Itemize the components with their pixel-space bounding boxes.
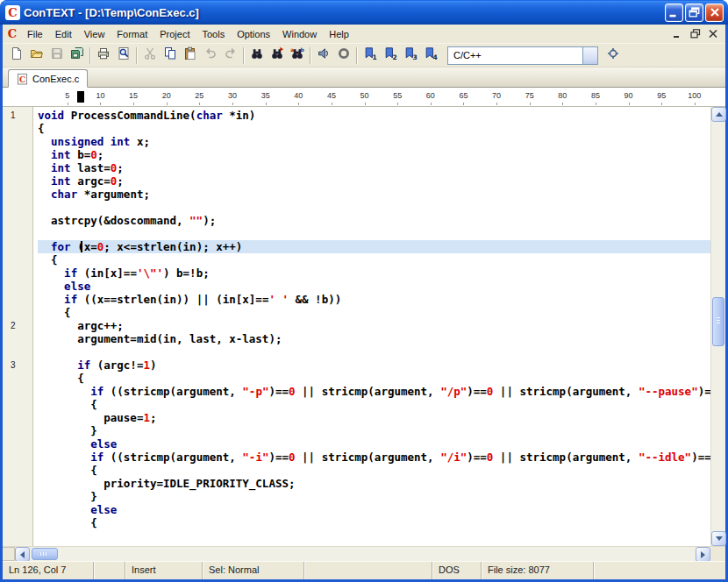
menu-options[interactable]: Options — [231, 26, 276, 42]
editor-gutter[interactable]: 123 — [3, 107, 33, 546]
print-button[interactable] — [93, 46, 113, 65]
cut-button — [139, 46, 160, 65]
code-line[interactable]: else — [38, 437, 710, 451]
code-line[interactable]: if ((stricmp(argument, "-i")==0 || stric… — [38, 451, 710, 464]
code-line[interactable]: priority=IDLE_PRIORITY_CLASS; — [38, 477, 710, 490]
code-line[interactable]: } — [38, 424, 710, 437]
code-area[interactable]: void ProcessCommandLine(char *in){ unsig… — [34, 107, 710, 546]
code-line[interactable]: argc++; — [38, 319, 710, 332]
code-line[interactable]: int b=0; — [38, 148, 710, 161]
code-line[interactable]: if ((x==strlen(in)) || (in[x]==' ' && !b… — [38, 293, 710, 306]
find-next-button[interactable] — [267, 46, 287, 65]
horizontal-scrollbar[interactable] — [3, 546, 725, 561]
horizontal-scroll-thumb[interactable] — [32, 548, 58, 560]
code-line[interactable]: { — [38, 122, 710, 135]
print-preview-button[interactable] — [113, 46, 133, 65]
bookmark-4-button[interactable]: 4 — [420, 46, 440, 65]
bookmark-2-button[interactable]: 2 — [380, 46, 400, 65]
combobox-arrow-button[interactable] — [582, 47, 597, 64]
execute-horn-button[interactable] — [313, 46, 333, 65]
code-line[interactable] — [38, 345, 710, 358]
code-line[interactable]: else — [38, 280, 710, 293]
toolbar-buttons: ab1234 — [6, 46, 440, 65]
bookmark-4-icon: 4 — [424, 46, 438, 64]
code-line[interactable]: char *argument; — [38, 188, 710, 201]
ruler-mark: 45 — [327, 91, 336, 100]
find-button[interactable] — [246, 46, 267, 65]
mdi-close-button[interactable] — [706, 28, 720, 40]
ruler-mark: 85 — [591, 91, 600, 100]
code-line[interactable]: { — [38, 372, 710, 385]
scroll-down-button[interactable] — [711, 531, 726, 546]
menu-project[interactable]: Project — [153, 26, 196, 42]
menu-help[interactable]: Help — [323, 26, 355, 42]
code-line[interactable] — [38, 227, 710, 240]
gear-icon — [606, 46, 620, 64]
code-line[interactable]: pause=1; — [38, 411, 710, 424]
code-line[interactable] — [38, 201, 710, 214]
redo-icon — [224, 46, 238, 64]
gutter-row — [3, 451, 32, 464]
code-line[interactable]: if ((stricmp(argument, "-p")==0 || stric… — [38, 385, 710, 398]
paste-button[interactable] — [180, 46, 200, 65]
vertical-scrollbar[interactable] — [710, 107, 725, 546]
horizontal-scroll-track[interactable] — [30, 547, 696, 561]
save-all-button[interactable] — [67, 46, 87, 65]
mdi-minimize-button[interactable] — [671, 28, 685, 40]
restore-button[interactable] — [685, 4, 703, 22]
bookmark-number: 3 — [3, 358, 32, 372]
new-file-button[interactable] — [6, 46, 26, 65]
tab-label: ConExec.c — [32, 74, 79, 84]
minimize-button[interactable] — [665, 4, 683, 22]
mdi-restore-button[interactable] — [689, 28, 703, 40]
find-replace-button[interactable]: ab — [287, 46, 307, 65]
code-line[interactable]: else — [38, 503, 710, 516]
gutter-row — [3, 253, 32, 266]
code-line[interactable]: unsigned int x; — [38, 135, 710, 148]
gutter-row — [3, 227, 32, 240]
code-line[interactable]: { — [38, 464, 710, 477]
menu-file[interactable]: File — [21, 26, 49, 42]
scroll-left-button[interactable] — [15, 547, 30, 562]
bookmark-3-button[interactable]: 3 — [400, 46, 420, 65]
current-line[interactable]: for (x=0; x<=strlen(in); x++) — [38, 240, 710, 253]
gutter-row — [3, 306, 32, 319]
column-ruler: 5101520253035404550556065707580859095100 — [3, 88, 725, 107]
code-editor[interactable]: 123 void ProcessCommandLine(char *in){ u… — [3, 107, 710, 546]
code-line[interactable]: { — [38, 398, 710, 411]
copy-button[interactable] — [160, 46, 180, 65]
menu-view[interactable]: View — [78, 26, 111, 42]
code-line[interactable]: void ProcessCommandLine(char *in) — [38, 109, 710, 122]
code-line[interactable]: int last=0; — [38, 161, 710, 174]
print-icon — [96, 46, 111, 64]
code-line[interactable]: { — [38, 516, 710, 529]
code-line[interactable]: if (in[x]=='\"') b=!b; — [38, 266, 710, 280]
ruler-mark: 5 — [65, 91, 69, 100]
highlighter-combobox[interactable]: C/C++ — [447, 46, 598, 65]
scroll-right-button[interactable] — [696, 547, 710, 562]
close-button[interactable] — [705, 4, 724, 22]
menu-format[interactable]: Format — [111, 26, 153, 42]
code-line[interactable]: argument=mid(in, last, x-last); — [38, 332, 710, 345]
record-ring-button[interactable] — [333, 46, 353, 65]
vertical-scroll-thumb[interactable] — [712, 297, 724, 346]
scrollbar-grip-box[interactable] — [3, 547, 15, 561]
code-line[interactable]: { — [38, 306, 710, 319]
arrow-up-icon — [716, 112, 723, 117]
menu-tools[interactable]: Tools — [196, 26, 231, 42]
bookmark-1-button[interactable]: 1 — [360, 46, 380, 65]
open-folder-button[interactable] — [26, 46, 46, 65]
code-line[interactable]: } — [38, 490, 710, 503]
highlighter-options-button[interactable] — [603, 46, 623, 65]
scroll-up-button[interactable] — [711, 107, 726, 122]
ruler-tick — [431, 103, 432, 105]
menu-window[interactable]: Window — [276, 26, 323, 42]
code-line[interactable]: { — [38, 253, 710, 266]
code-line[interactable]: astrcpy(&doscommand, ""); — [38, 214, 710, 227]
tab-conexec[interactable]: C ConExec.c — [8, 69, 88, 88]
code-line[interactable]: if (argc!=1) — [38, 358, 710, 372]
code-line[interactable]: int argc=0; — [38, 174, 710, 188]
status-insert-mode: Insert — [125, 562, 203, 579]
menu-edit[interactable]: Edit — [49, 26, 78, 42]
gutter-row — [3, 293, 32, 306]
